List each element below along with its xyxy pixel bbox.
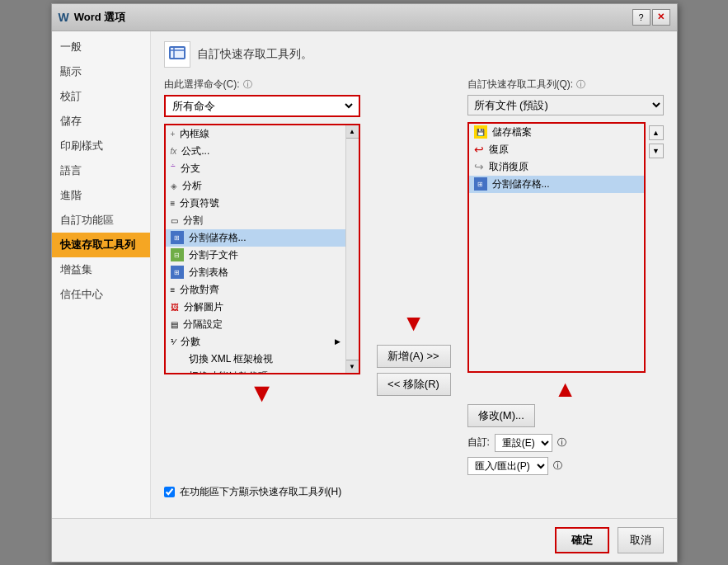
sidebar-item-general[interactable]: 一般: [52, 35, 150, 59]
help-button[interactable]: ?: [632, 9, 651, 26]
right-list-item-split[interactable]: ⊞ 分割儲存格...: [469, 176, 644, 193]
table-icon-right: ⊞: [474, 177, 487, 191]
sidebar: 一般 顯示 校訂 儲存 印刷樣式 語言 進階 自訂功能區 快速存取工具列 增益集…: [52, 31, 151, 518]
middle-buttons-col: ▼ 新增(A) >> << 移除(R): [369, 78, 459, 475]
scroll-up[interactable]: ▲: [346, 125, 359, 139]
undo-icon: ↩: [474, 143, 484, 156]
right-select-row: 所有文件 (預設): [467, 95, 664, 115]
list-item[interactable]: ≡ 分散對齊: [166, 281, 345, 299]
custom-label: 自訂:: [467, 436, 490, 450]
list-item-split-cell[interactable]: ⊞ 分割儲存格...: [166, 229, 345, 247]
main-content: 自訂快速存取工具列。 由此選擇命令(C): ⓘ 所有命令: [151, 31, 677, 518]
list-item[interactable]: ⅟ 分數 ▶: [166, 333, 345, 351]
sidebar-item-advanced[interactable]: 進階: [52, 183, 150, 208]
right-list-item-redo[interactable]: ↪ 取消復原: [469, 158, 644, 176]
show-below-ribbon-checkbox[interactable]: [164, 487, 175, 497]
custom-row: 自訂: 重設(E) ⓘ: [467, 434, 664, 452]
sidebar-item-addins[interactable]: 增益集: [52, 257, 150, 282]
sidebar-item-customize-ribbon[interactable]: 自訂功能區: [52, 208, 150, 233]
add-button[interactable]: 新增(A) >>: [377, 345, 451, 368]
item-icon: 🖼: [171, 303, 179, 312]
dialog-footer: 確定 取消: [52, 518, 677, 562]
right-scroll-buttons: ▲ ▼: [649, 122, 664, 373]
close-button[interactable]: ✕: [652, 9, 670, 26]
item-icon: ⅟: [171, 337, 176, 346]
move-up-button[interactable]: ▲: [649, 125, 664, 140]
list-item[interactable]: 切換 XML 框架檢視: [166, 351, 345, 368]
left-field-label: 由此選擇命令(C): ⓘ: [164, 78, 360, 92]
item-icon: ▭: [171, 216, 178, 225]
left-info-icon: ⓘ: [243, 78, 252, 91]
right-info-icon: ⓘ: [576, 78, 585, 91]
remove-button[interactable]: << 移除(R): [377, 373, 451, 396]
checkbox-text: 在功能區下方顯示快速存取工具列(H): [180, 485, 342, 499]
down-arrow-indicator: ▼: [164, 379, 360, 406]
right-list-item-save[interactable]: 💾 儲存檔案: [469, 124, 644, 141]
dialog-body: 一般 顯示 校訂 儲存 印刷樣式 語言 進階 自訂功能區 快速存取工具列 增益集…: [52, 31, 677, 518]
right-list-item-undo[interactable]: ↩ 復原: [469, 141, 644, 158]
right-command-select[interactable]: 所有文件 (預設): [467, 95, 664, 115]
sidebar-item-trust-center[interactable]: 信任中心: [52, 282, 150, 307]
arrow-up-icon: ▲: [554, 376, 577, 402]
item-icon: ≡: [171, 199, 176, 208]
list-item[interactable]: ≡ 分頁符號: [166, 195, 345, 212]
section-header: 自訂快速存取工具列。: [164, 41, 664, 68]
list-item[interactable]: fx 公式...: [166, 143, 345, 160]
move-down-button[interactable]: ▼: [649, 144, 664, 158]
reset-select[interactable]: 重設(E): [495, 434, 552, 452]
list-item[interactable]: 切換功能鍵數代碼: [166, 368, 345, 373]
left-command-select[interactable]: 所有命令: [169, 99, 355, 113]
redo-icon: ↪: [474, 160, 484, 173]
svg-rect-0: [170, 47, 185, 59]
list-item[interactable]: + 內框線: [166, 125, 345, 143]
section-icon: [164, 41, 190, 68]
list-scrollbar[interactable]: ▲ ▼: [345, 125, 359, 373]
sidebar-item-print[interactable]: 印刷樣式: [52, 134, 150, 158]
import-export-select[interactable]: 匯入/匯出(P): [467, 457, 548, 475]
sidebar-item-language[interactable]: 語言: [52, 158, 150, 183]
list-item[interactable]: ▤ 分隔設定: [166, 316, 345, 333]
submenu-indicator: ▶: [335, 337, 341, 346]
sidebar-item-save[interactable]: 儲存: [52, 109, 150, 134]
right-list-border: 💾 儲存檔案 ↩ 復原 ↪ 取消復原: [467, 122, 646, 373]
left-column: 由此選擇命令(C): ⓘ 所有命令 + 內框線: [164, 78, 360, 475]
table-icon2: ⊞: [171, 266, 184, 279]
arrow-down-middle: ▼: [402, 310, 425, 337]
dialog-title: Word 選項: [74, 10, 126, 25]
list-item[interactable]: ꜙ 分支: [166, 160, 345, 177]
left-list-container: + 內框線 fx 公式... ꜙ 分支: [164, 124, 360, 374]
right-field-label: 自訂快速存取工具列(Q): ⓘ: [467, 78, 664, 92]
sidebar-item-display[interactable]: 顯示: [52, 59, 150, 84]
left-select-box[interactable]: 所有命令: [164, 95, 360, 117]
right-list[interactable]: 💾 儲存檔案 ↩ 復原 ↪ 取消復原: [469, 124, 644, 371]
title-bar: W Word 選項 ? ✕: [52, 4, 677, 31]
item-icon: +: [171, 129, 176, 139]
title-bar-controls: ? ✕: [632, 9, 670, 26]
word-options-dialog: W Word 選項 ? ✕ 一般 顯示 校訂 儲存 印刷樣式 語言 進階 自訂功…: [51, 3, 678, 563]
item-icon: ꜙ: [171, 163, 176, 173]
list-item[interactable]: 🖼 分解圖片: [166, 299, 345, 316]
modify-button[interactable]: 修改(M)...: [467, 404, 535, 427]
import-export-info-icon: ⓘ: [553, 459, 562, 472]
sidebar-item-proofing[interactable]: 校訂: [52, 84, 150, 109]
ok-button[interactable]: 確定: [555, 527, 609, 553]
scroll-down[interactable]: ▼: [346, 360, 359, 373]
scroll-track: [346, 139, 359, 360]
item-icon: ◈: [171, 181, 177, 191]
item-icon: fx: [171, 147, 177, 156]
section-title: 自訂快速存取工具列。: [197, 47, 312, 62]
sidebar-item-quick-access[interactable]: 快速存取工具列: [52, 233, 150, 257]
save-icon: 💾: [474, 125, 487, 139]
list-item[interactable]: ⊞ 分割表格: [166, 264, 345, 281]
custom-info-icon: ⓘ: [557, 436, 566, 449]
list-item[interactable]: ⊟ 分割子文件: [166, 247, 345, 264]
left-list[interactable]: + 內框線 fx 公式... ꜙ 分支: [166, 125, 345, 373]
title-bar-left: W Word 選項: [59, 10, 126, 25]
list-item[interactable]: ▭ 分割: [166, 212, 345, 229]
bottom-section: 在功能區下方顯示快速存取工具列(H): [164, 485, 664, 502]
list-item[interactable]: ◈ 分析: [166, 177, 345, 195]
checkbox-label[interactable]: 在功能區下方顯示快速存取工具列(H): [164, 485, 342, 499]
modify-row: 修改(M)...: [467, 404, 664, 427]
item-icon: ▤: [171, 320, 178, 329]
cancel-button[interactable]: 取消: [618, 527, 664, 553]
